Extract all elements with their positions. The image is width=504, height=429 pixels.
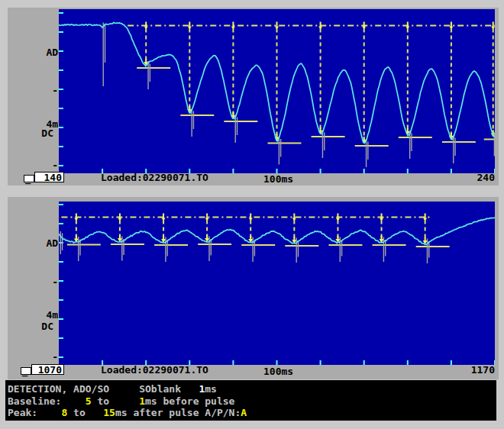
status-segment: Peak: — [8, 407, 61, 418]
marker-top-arrow-icon — [275, 27, 279, 30]
cursor-chip: _ — [21, 367, 31, 375]
status-segment: 15 — [103, 407, 115, 418]
status-line-2: Baseline: 5 to 1ms before pulse — [8, 395, 496, 408]
timescale-label: 100ms — [263, 366, 293, 377]
marker-top-arrow-icon — [292, 218, 296, 221]
status-segment: Baseline: — [8, 395, 86, 407]
acquisition-screen: 1 ADO -1 4mV DC -3 _ 140 Loaded:02290071… — [0, 0, 504, 429]
marker-top-arrow-icon — [118, 218, 121, 221]
y-min-label: -3 — [17, 160, 64, 171]
loaded-file-label: Loaded:02290071.TO — [101, 173, 208, 183]
y-max-label: 1 — [17, 200, 64, 211]
marker-top-arrow-icon — [491, 27, 495, 30]
marker-top-arrow-icon — [231, 27, 235, 30]
trial-start-box[interactable]: 140 — [34, 172, 64, 182]
marker-top-arrow-icon — [318, 27, 322, 30]
status-segment: ms after pulse A/P/N: — [115, 407, 241, 418]
marker-top-arrow-icon — [380, 218, 383, 221]
status-line-3: Peak: 8 to 15ms after pulse A/P/N:A — [8, 407, 496, 419]
y-max-label: 1 — [17, 15, 64, 26]
marker-top-arrow-icon — [449, 27, 453, 30]
artifact-spikes — [60, 231, 428, 263]
artifact-spikes — [103, 23, 494, 168]
status-segment: to — [67, 407, 103, 418]
trial-end-label: 240 — [411, 173, 495, 183]
status-segment: A — [241, 407, 247, 418]
detection-parameters-console: DETECTION, ADO/SO SOblank 1ms Baseline: … — [5, 380, 496, 421]
sweep-chart-bottom — [59, 202, 495, 365]
coupling-label: DC — [6, 321, 53, 332]
y-mid-label: -1 — [17, 85, 64, 96]
marker-top-arrow-icon — [74, 218, 78, 221]
y-min-label: -3 — [17, 352, 64, 363]
sweep-panel-bottom: 1 ADO -1 4mV DC -3 _ 1070 Loaded:0229007… — [8, 197, 499, 379]
loaded-file-label: Loaded:02290071.TO — [101, 365, 208, 376]
status-segment: ms — [205, 383, 217, 395]
axis-ticks — [59, 205, 495, 365]
status-segment: to — [92, 395, 140, 407]
status-segment: DETECTION, ADO/SO SOblank — [8, 383, 199, 395]
channel-label: ADO — [17, 238, 64, 249]
trial-start-box[interactable]: 1070 — [31, 364, 64, 375]
status-segment: 1 — [139, 395, 145, 407]
status-line-1: DETECTION, ADO/SO SOblank 1ms — [8, 383, 496, 395]
marker-top-arrow-icon — [336, 218, 340, 221]
marker-top-arrow-icon — [188, 27, 192, 30]
marker-top-arrow-icon — [249, 218, 253, 221]
marker-top-arrow-icon — [144, 27, 148, 30]
marker-top-arrow-icon — [362, 27, 366, 30]
plot-area-bottom — [59, 202, 495, 365]
sweep-panel-top: 1 ADO -1 4mV DC -3 _ 140 Loaded:02290071… — [8, 8, 499, 185]
status-segment: ms before pulse — [145, 395, 234, 407]
coupling-label: DC — [6, 128, 53, 139]
trial-end-label: 1170 — [411, 365, 495, 376]
marker-top-arrow-icon — [423, 218, 427, 221]
gain-label: 4mV — [17, 310, 64, 321]
y-mid-label: -1 — [17, 277, 64, 288]
timescale-label: 100ms — [263, 174, 293, 185]
channel-label: ADO — [17, 47, 64, 58]
status-segment: 5 — [86, 395, 92, 407]
waveform-trace — [59, 218, 495, 244]
cursor-chip: _ — [24, 175, 34, 182]
marker-top-arrow-icon — [405, 27, 409, 30]
sweep-chart-top — [59, 9, 495, 173]
marker-top-arrow-icon — [162, 218, 166, 221]
marker-top-arrow-icon — [205, 218, 209, 221]
plot-area-top — [59, 9, 495, 173]
peak-markers — [67, 214, 450, 247]
peak-markers — [137, 22, 495, 147]
